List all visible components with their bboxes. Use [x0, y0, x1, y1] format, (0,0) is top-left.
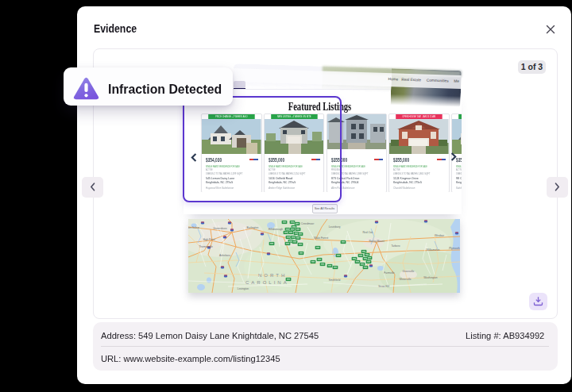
svg-text:Washington: Washington [423, 276, 437, 279]
svg-text:Plymouth: Plymouth [449, 247, 460, 250]
svg-text:Wake Forest: Wake Forest [314, 236, 329, 240]
svg-text:Rocky Mount: Rocky Mount [369, 240, 384, 243]
svg-text:CAROLINA: CAROLINA [245, 280, 289, 285]
svg-text:Burlington: Burlington [247, 226, 259, 229]
svg-text:High Point: High Point [203, 238, 214, 241]
svg-text:Snow Hill: Snow Hill [378, 285, 389, 288]
svg-text:Tarboro: Tarboro [391, 244, 400, 248]
svg-text:Hillsborough: Hillsborough [269, 228, 283, 231]
svg-text:Farmville: Farmville [384, 271, 395, 275]
svg-text:Williamston: Williamston [427, 248, 440, 252]
svg-text:Greensboro: Greensboro [213, 227, 227, 230]
svg-text:Creedmoor: Creedmoor [301, 222, 315, 225]
svg-text:Winston-Salem: Winston-Salem [188, 226, 199, 229]
svg-text:Red Oak: Red Oak [362, 231, 373, 234]
svg-text:Lexington: Lexington [238, 287, 249, 290]
svg-text:Louisburg: Louisburg [329, 225, 341, 229]
svg-text:Smithfield: Smithfield [329, 279, 341, 282]
svg-text:NORTH: NORTH [258, 273, 287, 278]
svg-text:Greenville: Greenville [403, 270, 415, 273]
svg-text:Thomasville: Thomasville [199, 245, 213, 248]
svg-text:Asheboro: Asheboro [219, 254, 230, 257]
svg-text:Windsor: Windsor [435, 234, 445, 237]
svg-text:Winterville: Winterville [399, 278, 411, 281]
